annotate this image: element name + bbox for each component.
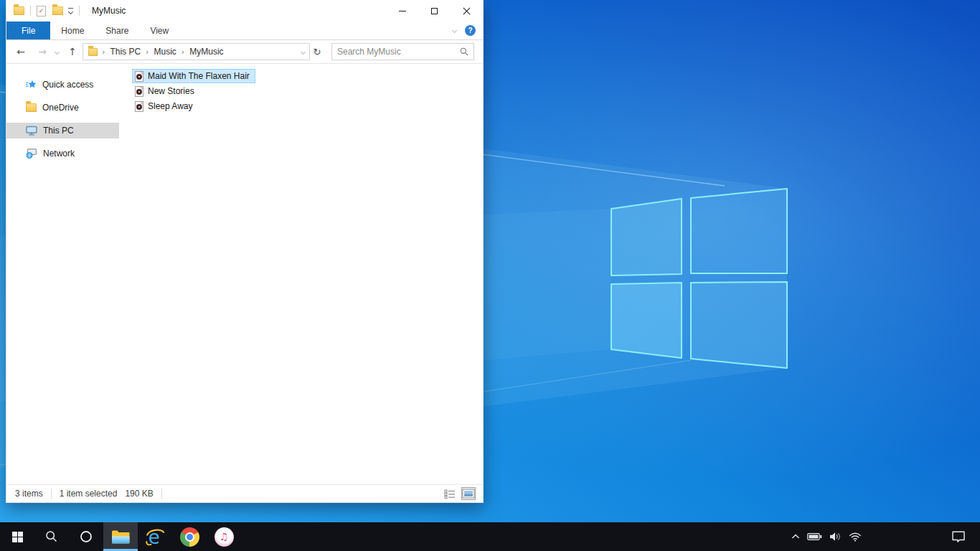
cortana-button[interactable] — [69, 522, 103, 551]
large-icons-view-icon — [462, 489, 475, 499]
details-view-icon — [444, 489, 456, 499]
selection-count: 1 item selected — [60, 489, 118, 499]
collapse-ribbon-icon[interactable] — [452, 28, 457, 33]
cortana-circle-icon — [80, 530, 93, 543]
sidebar-item-network[interactable]: Network — [6, 146, 119, 161]
forward-button[interactable]: → — [34, 46, 51, 57]
taskbar-search-button[interactable] — [34, 522, 69, 551]
items-count: 3 items — [15, 489, 43, 499]
recent-locations-caret-icon[interactable] — [51, 50, 62, 54]
tab-share[interactable]: Share — [95, 22, 139, 39]
selection-size: 190 KB — [125, 489, 153, 499]
onedrive-folder-icon — [26, 103, 37, 112]
sidebar-item-label: This PC — [43, 126, 74, 136]
volume-button[interactable] — [826, 522, 845, 551]
details-view-button[interactable] — [443, 487, 457, 500]
breadcrumb-this-pc[interactable]: This PC — [105, 47, 146, 57]
file-item[interactable]: Maid With The Flaxen Hair — [132, 69, 255, 83]
battery-status-button[interactable] — [804, 522, 826, 551]
file-name: Maid With The Flaxen Hair — [148, 71, 250, 81]
file-item[interactable]: Sleep Away — [132, 99, 199, 113]
new-folder-icon[interactable] — [52, 6, 63, 15]
file-explorer-icon — [111, 529, 130, 545]
back-button[interactable]: ← — [12, 46, 29, 57]
audio-file-icon — [135, 101, 143, 112]
show-hidden-icons-button[interactable] — [788, 522, 804, 551]
this-pc-monitor-icon — [26, 126, 37, 136]
search-icon — [45, 530, 58, 543]
start-button[interactable] — [0, 522, 34, 551]
large-icons-view-button[interactable] — [461, 487, 476, 500]
sidebar-item-quick-access[interactable]: Quick access — [6, 77, 119, 93]
title-bar: ✓ MyMusic — [6, 0, 483, 22]
address-bar[interactable]: › This PC › Music › MyMusic — [83, 43, 310, 60]
itunes-icon: ♫ — [215, 527, 234, 547]
up-button[interactable]: ↑ — [64, 46, 81, 57]
refresh-icon[interactable]: ↻ — [310, 47, 324, 57]
minimize-icon — [399, 11, 406, 11]
window-controls — [386, 0, 483, 22]
taskbar-itunes-button[interactable]: ♫ — [207, 522, 241, 551]
wifi-button[interactable] — [845, 522, 865, 551]
system-tray — [788, 522, 865, 551]
taskbar-internet-explorer-button[interactable]: e — [138, 522, 172, 551]
address-folder-icon — [88, 48, 98, 56]
internet-explorer-icon: e — [145, 527, 166, 547]
maximize-button[interactable] — [418, 0, 451, 22]
address-dropdown-caret-icon[interactable] — [301, 49, 306, 54]
file-list: Maid With The Flaxen Hair New Stories Sl… — [119, 65, 483, 484]
separator — [30, 6, 31, 16]
taskbar-file-explorer-button[interactable] — [103, 522, 138, 551]
network-icon — [26, 149, 37, 159]
sidebar-item-this-pc[interactable]: This PC — [6, 123, 119, 138]
action-center-button[interactable] — [946, 522, 971, 551]
explorer-window-icon — [14, 6, 24, 15]
tab-home[interactable]: Home — [50, 22, 95, 39]
close-icon — [463, 7, 471, 15]
breadcrumb-music[interactable]: Music — [149, 47, 182, 57]
search-input[interactable] — [337, 47, 460, 57]
close-button[interactable] — [451, 0, 483, 22]
sidebar-item-label: OneDrive — [42, 103, 79, 113]
taskbar-chrome-button[interactable] — [172, 522, 207, 551]
quick-access-star-icon — [26, 80, 37, 90]
action-center-icon — [951, 530, 966, 543]
taskbar: e ♫ — [0, 522, 980, 551]
tab-view[interactable]: View — [139, 22, 179, 39]
window-title: MyMusic — [92, 6, 126, 16]
sidebar-item-label: Quick access — [42, 80, 93, 90]
wifi-icon — [849, 532, 862, 542]
audio-file-icon — [135, 71, 143, 82]
properties-icon[interactable]: ✓ — [37, 6, 46, 17]
speaker-icon — [829, 532, 842, 542]
breadcrumb-mymusic[interactable]: MyMusic — [184, 47, 228, 57]
file-name: Sleep Away — [148, 101, 193, 111]
minimize-button[interactable] — [386, 0, 418, 22]
chrome-icon — [180, 527, 199, 547]
divider — [51, 489, 52, 499]
divider — [161, 489, 162, 499]
sidebar-item-onedrive[interactable]: OneDrive — [6, 100, 119, 116]
file-explorer-window: ✓ MyMusic File Home Share View ? ← → ↑ › — [6, 0, 484, 503]
search-icon[interactable] — [460, 47, 468, 56]
status-bar: 3 items 1 item selected 190 KB — [6, 484, 483, 502]
chevron-up-icon — [791, 534, 800, 540]
help-icon[interactable]: ? — [465, 25, 476, 36]
navigation-pane: Quick access OneDrive This PC — [6, 65, 119, 484]
windows-logo-icon — [12, 532, 23, 542]
file-name: New Stories — [148, 86, 194, 96]
navigation-bar: ← → ↑ › This PC › Music › MyMusic ↻ — [6, 40, 483, 64]
audio-file-icon — [135, 86, 143, 97]
battery-icon — [807, 532, 822, 541]
tab-file[interactable]: File — [6, 22, 50, 39]
separator — [79, 6, 80, 16]
taskbar-spacer — [865, 522, 946, 551]
customize-quick-access-caret-icon[interactable] — [68, 8, 73, 14]
maximize-icon — [431, 8, 438, 14]
ribbon-tab-strip: File Home Share View ? — [6, 22, 483, 40]
sidebar-item-label: Network — [43, 149, 75, 159]
file-item[interactable]: New Stories — [132, 84, 200, 98]
search-box — [331, 43, 474, 60]
